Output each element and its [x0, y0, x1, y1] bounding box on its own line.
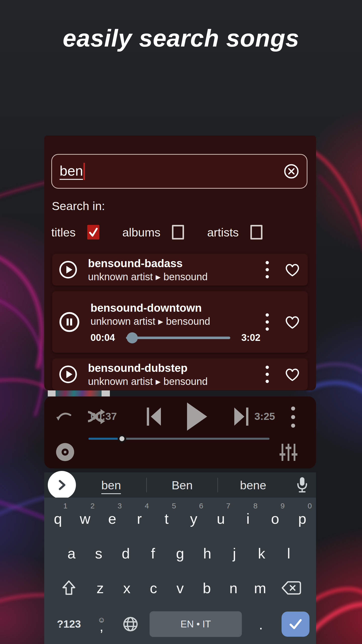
- key-o[interactable]: o9: [262, 501, 289, 536]
- next-track-icon[interactable]: [232, 406, 250, 427]
- key-z[interactable]: z: [87, 571, 113, 605]
- previous-track-icon[interactable]: [145, 406, 163, 427]
- search-results-list: bensound-badass unknown artist ▸ bensoun…: [52, 254, 308, 390]
- equalizer-icon[interactable]: [280, 443, 298, 462]
- filter-titles-label: titles: [51, 225, 76, 239]
- shift-key[interactable]: [51, 571, 87, 605]
- player-seek-slider[interactable]: [88, 438, 269, 440]
- enter-key[interactable]: [282, 612, 310, 637]
- player-panel: 00:37 3:25: [44, 396, 316, 468]
- suggestion-bene[interactable]: bene: [218, 478, 288, 492]
- song-seek-slider[interactable]: [126, 337, 230, 339]
- favorite-heart-icon[interactable]: [284, 262, 301, 278]
- song-row-bensound-downtown[interactable]: bensound-downtown unknown artist ▸ benso…: [52, 291, 308, 353]
- song-info: bensound-badass unknown artist ▸ bensoun…: [88, 256, 260, 283]
- song-info: bensound-downtown unknown artist ▸ benso…: [90, 301, 260, 343]
- keyboard-suggestion-bar: ben Ben bene: [44, 472, 316, 498]
- play-button-icon[interactable]: [59, 365, 77, 384]
- key-h[interactable]: h: [194, 536, 221, 571]
- keyboard: q1 w2 e3 r4 t5 y6 u7 i8 o9 p0 a s d f g …: [44, 498, 316, 644]
- query-wrap: ben: [60, 163, 284, 180]
- play-button-icon[interactable]: [59, 260, 77, 279]
- spacebar[interactable]: EN • IT: [150, 611, 242, 637]
- key-n[interactable]: n: [220, 571, 247, 605]
- key-f[interactable]: f: [140, 536, 167, 571]
- song-row-bensound-dubstep[interactable]: bensound-dubstep unknown artist ▸ bensou…: [52, 358, 308, 390]
- page-title: easily search songs: [0, 24, 362, 52]
- key-x[interactable]: x: [113, 571, 140, 605]
- expand-toolbar-button[interactable]: [48, 471, 76, 499]
- song-menu-icon[interactable]: [265, 260, 269, 279]
- row-actions: [265, 365, 301, 384]
- key-p[interactable]: p0: [289, 501, 316, 536]
- favorite-heart-icon[interactable]: [284, 366, 301, 382]
- filters-row: titles albums artists: [51, 225, 262, 239]
- key-w[interactable]: w2: [72, 501, 99, 536]
- play-icon[interactable]: [185, 401, 209, 432]
- song-row-bensound-badass[interactable]: bensound-badass unknown artist ▸ bensoun…: [52, 254, 308, 286]
- key-d[interactable]: d: [112, 536, 140, 571]
- search-input[interactable]: ben: [51, 154, 307, 189]
- song-title: bensound-badass: [88, 256, 260, 270]
- artists-checkbox[interactable]: [250, 225, 262, 239]
- titles-checkbox[interactable]: [87, 225, 99, 239]
- clear-search-icon[interactable]: [284, 164, 299, 179]
- voice-input-button[interactable]: [288, 477, 316, 493]
- key-e[interactable]: e3: [99, 501, 126, 536]
- filter-albums[interactable]: albums: [122, 225, 184, 239]
- player-menu-icon[interactable]: [291, 406, 296, 429]
- key-a[interactable]: a: [58, 536, 85, 571]
- checkmark-icon: [288, 618, 303, 630]
- key-g[interactable]: g: [167, 536, 194, 571]
- repeat-off-icon[interactable]: [56, 410, 72, 424]
- suggestion-Ben[interactable]: Ben: [147, 478, 217, 492]
- backspace-key[interactable]: [274, 571, 309, 605]
- suggestion-ben[interactable]: ben: [76, 478, 146, 492]
- symbols-key[interactable]: ?123: [51, 618, 87, 630]
- player-seek-thumb[interactable]: [118, 434, 126, 443]
- pause-button-icon[interactable]: [59, 311, 80, 333]
- keyboard-row-2: a s d f g h j k l: [44, 536, 316, 571]
- search-in-label: Search in:: [52, 199, 105, 213]
- song-menu-icon[interactable]: [265, 365, 269, 384]
- key-m[interactable]: m: [247, 571, 274, 605]
- key-u[interactable]: u7: [207, 501, 235, 536]
- song-artist-album: unknown artist ▸ bensound: [88, 375, 260, 388]
- row-actions: [265, 260, 301, 279]
- screen: { "window": { "title": "easily search so…: [0, 0, 362, 644]
- period-key[interactable]: .: [246, 616, 275, 633]
- key-v[interactable]: v: [167, 571, 194, 605]
- seek-thumb[interactable]: [127, 332, 138, 343]
- key-c[interactable]: c: [140, 571, 167, 605]
- song-artist-album: unknown artist ▸ bensound: [90, 315, 260, 328]
- key-i[interactable]: i8: [235, 501, 262, 536]
- key-b[interactable]: b: [194, 571, 220, 605]
- player-duration: 3:25: [254, 411, 275, 422]
- key-t[interactable]: t5: [153, 501, 180, 536]
- comma-key[interactable]: ☺ ,: [87, 618, 116, 631]
- song-artist-album: unknown artist ▸ bensound: [88, 270, 260, 283]
- favorite-heart-icon[interactable]: [284, 314, 301, 330]
- filter-titles[interactable]: titles: [51, 225, 99, 239]
- key-s[interactable]: s: [85, 536, 112, 571]
- language-switch-key[interactable]: [116, 616, 145, 632]
- key-l[interactable]: l: [275, 536, 302, 571]
- player-elapsed: 00:37: [90, 411, 117, 422]
- key-y[interactable]: y6: [180, 501, 207, 536]
- albums-checkbox[interactable]: [172, 225, 184, 239]
- key-k[interactable]: k: [248, 536, 275, 571]
- key-j[interactable]: j: [221, 536, 248, 571]
- filter-albums-label: albums: [122, 225, 161, 239]
- microphone-icon: [296, 477, 308, 493]
- key-r[interactable]: r4: [126, 501, 153, 536]
- chevron-right-icon: [57, 479, 67, 491]
- key-q[interactable]: q1: [44, 501, 72, 536]
- song-info: bensound-dubstep unknown artist ▸ bensou…: [88, 361, 260, 388]
- search-dialog: ben Search in: titles albums artists: [44, 136, 316, 390]
- disc-icon[interactable]: [55, 442, 75, 462]
- shift-icon: [61, 580, 77, 596]
- song-elapsed: 00:04: [90, 332, 115, 343]
- song-menu-icon[interactable]: [265, 312, 269, 332]
- keyboard-row-1: q1 w2 e3 r4 t5 y6 u7 i8 o9 p0: [44, 501, 316, 536]
- filter-artists[interactable]: artists: [207, 225, 262, 239]
